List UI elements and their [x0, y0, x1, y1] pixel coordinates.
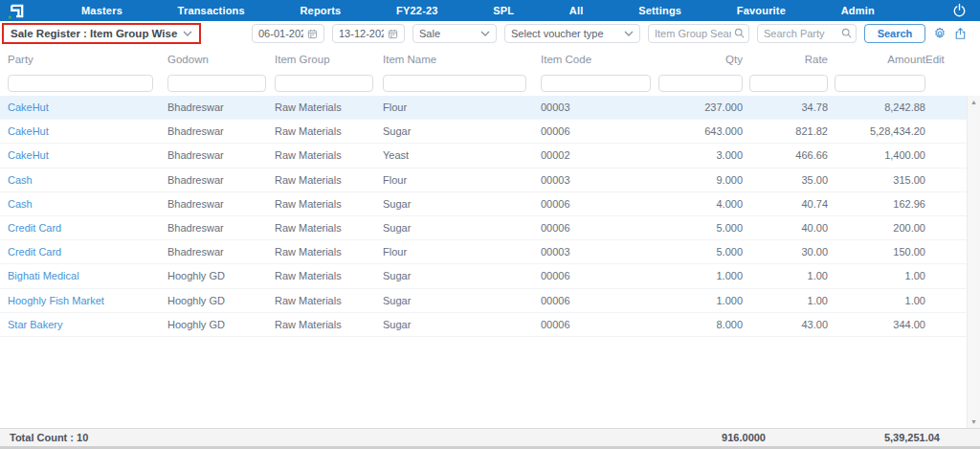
- cell-party[interactable]: Cash: [8, 198, 167, 210]
- column-header-party[interactable]: Party: [8, 54, 167, 72]
- cell-rate: 466.66: [743, 149, 828, 161]
- table-row[interactable]: CakeHutBhadreswarRaw MaterialsSugar00006…: [0, 120, 967, 144]
- cell-godown: Hooghly GD: [167, 319, 275, 330]
- cell-party[interactable]: CakeHut: [8, 149, 167, 161]
- report-title: Sale Register : Item Group Wise: [11, 28, 177, 39]
- cell-qty: 643.000: [658, 125, 743, 137]
- column-header-rate[interactable]: Rate: [743, 54, 828, 72]
- cell-item-group: Raw Materials: [275, 101, 383, 113]
- voucher-type-select[interactable]: Select voucher type: [504, 24, 640, 43]
- nav-item-spl[interactable]: SPL: [493, 5, 514, 16]
- vertical-scrollbar[interactable]: ▲ ▼: [967, 96, 980, 428]
- report-type-select[interactable]: Sale: [412, 24, 497, 43]
- cell-item-group: Raw Materials: [275, 174, 383, 186]
- scroll-down-icon[interactable]: ▼: [970, 418, 977, 425]
- report-type-value: Sale: [419, 28, 477, 39]
- cell-item-name: Flour: [383, 246, 541, 258]
- item-group-search-wrap: [648, 24, 749, 43]
- date-to-input[interactable]: 13-12-2022: [332, 24, 405, 43]
- column-header-qty[interactable]: Qty: [658, 54, 743, 72]
- table-row[interactable]: Credit CardBhadreswarRaw MaterialsFlour0…: [0, 240, 967, 264]
- cell-amount: 1.00: [828, 295, 925, 306]
- cell-rate: 40.74: [743, 198, 828, 210]
- party-search-wrap: [757, 24, 857, 43]
- cell-item-group: Raw Materials: [275, 198, 383, 210]
- cell-amount: 1.00: [828, 270, 925, 281]
- cell-rate: 43.00: [743, 319, 828, 330]
- table-row[interactable]: CakeHutBhadreswarRaw MaterialsFlour00003…: [0, 96, 967, 120]
- total-qty-value: 916.0000: [722, 432, 766, 443]
- table-row[interactable]: CashBhadreswarRaw MaterialsSugar000064.0…: [0, 192, 967, 216]
- filter-qty-input[interactable]: [658, 75, 743, 92]
- export-icon[interactable]: [954, 27, 967, 40]
- nav-item-favourite[interactable]: Favourite: [737, 5, 786, 16]
- filter-amount-input[interactable]: [835, 75, 925, 92]
- cell-item-code: 00006: [541, 295, 658, 306]
- cell-qty: 5.000: [658, 222, 743, 234]
- cell-item-group: Raw Materials: [275, 246, 383, 258]
- table-footer: Total Count : 10 916.0000 5,39,251.04: [0, 428, 980, 446]
- column-header-godown[interactable]: Godown: [167, 54, 275, 72]
- table-filter-row: [0, 72, 980, 96]
- cell-party[interactable]: CakeHut: [8, 125, 167, 137]
- cell-rate: 1.00: [743, 270, 828, 281]
- table-row[interactable]: CakeHutBhadreswarRaw MaterialsYeast00002…: [0, 144, 967, 168]
- cell-party[interactable]: Star Bakery: [8, 319, 167, 330]
- cell-party[interactable]: Bighati Medical: [8, 270, 167, 281]
- cell-item-name: Flour: [383, 174, 541, 186]
- cell-party[interactable]: Hooghly Fish Market: [8, 295, 167, 306]
- filter-item-group-input[interactable]: [275, 75, 373, 92]
- nav-item-settings[interactable]: Settings: [638, 5, 681, 16]
- cell-rate: 821.82: [743, 125, 828, 137]
- calendar-icon: [307, 29, 318, 39]
- report-toolbar: Sale Register : Item Group Wise 06-01-20…: [0, 21, 980, 46]
- column-header-item-group[interactable]: Item Group: [275, 54, 383, 72]
- cell-party[interactable]: Credit Card: [8, 222, 167, 234]
- search-icon: [734, 28, 745, 38]
- filter-item-code-input[interactable]: [541, 75, 651, 92]
- filter-godown-input[interactable]: [167, 75, 266, 92]
- cell-item-group: Raw Materials: [275, 222, 383, 234]
- nav-menu: MastersTransactionsReportsFY22-23SPLAllS…: [81, 5, 875, 16]
- table-body-wrap: CakeHutBhadreswarRaw MaterialsFlour00003…: [0, 96, 980, 428]
- table-row[interactable]: CashBhadreswarRaw MaterialsFlour000039.0…: [0, 168, 967, 192]
- cell-item-name: Yeast: [383, 149, 541, 161]
- app-logo-icon[interactable]: [8, 2, 26, 20]
- table-row[interactable]: Hooghly Fish MarketHooghly GDRaw Materia…: [0, 289, 967, 313]
- cell-item-name: Sugar: [383, 125, 541, 137]
- table-row[interactable]: Credit CardBhadreswarRaw MaterialsSugar0…: [0, 216, 967, 240]
- nav-item-masters[interactable]: Masters: [81, 5, 122, 16]
- cell-item-group: Raw Materials: [275, 125, 383, 137]
- table-row[interactable]: Star BakeryHooghly GDRaw MaterialsSugar0…: [0, 313, 967, 337]
- cell-item-name: Sugar: [383, 222, 541, 234]
- search-button[interactable]: Search: [864, 24, 925, 43]
- top-nav-bar: MastersTransactionsReportsFY22-23SPLAllS…: [0, 0, 980, 21]
- date-from-input[interactable]: 06-01-2022: [252, 24, 324, 43]
- power-icon[interactable]: [952, 3, 967, 17]
- filter-rate-input[interactable]: [749, 75, 828, 92]
- cell-amount: 5,28,434.20: [828, 125, 925, 137]
- column-header-amount[interactable]: Amount: [828, 54, 925, 72]
- settings-gear-icon[interactable]: [933, 27, 947, 40]
- cell-item-name: Flour: [383, 101, 541, 113]
- cell-party[interactable]: Cash: [8, 174, 167, 186]
- filter-item-name-input[interactable]: [383, 75, 526, 92]
- nav-item-reports[interactable]: Reports: [300, 5, 341, 16]
- cell-amount: 1,400.00: [828, 149, 925, 161]
- cell-party[interactable]: Credit Card: [8, 246, 167, 258]
- cell-qty: 1.000: [658, 270, 743, 281]
- report-title-dropdown[interactable]: Sale Register : Item Group Wise: [2, 23, 201, 44]
- cell-party[interactable]: CakeHut: [8, 101, 167, 113]
- cell-rate: 40.00: [743, 222, 828, 234]
- nav-item-all[interactable]: All: [569, 5, 584, 16]
- table-row[interactable]: Bighati MedicalHooghly GDRaw MaterialsSu…: [0, 264, 967, 288]
- scroll-up-icon[interactable]: ▲: [970, 99, 977, 105]
- cell-godown: Bhadreswar: [167, 246, 275, 258]
- nav-item-transactions[interactable]: Transactions: [178, 5, 245, 16]
- nav-item-fy22-23[interactable]: FY22-23: [396, 5, 438, 16]
- nav-item-admin[interactable]: Admin: [841, 5, 875, 16]
- column-header-item-code[interactable]: Item Code: [541, 54, 658, 72]
- filter-party-input[interactable]: [8, 75, 153, 92]
- cell-amount: 8,242.88: [828, 101, 925, 113]
- column-header-item-name[interactable]: Item Name: [383, 54, 541, 72]
